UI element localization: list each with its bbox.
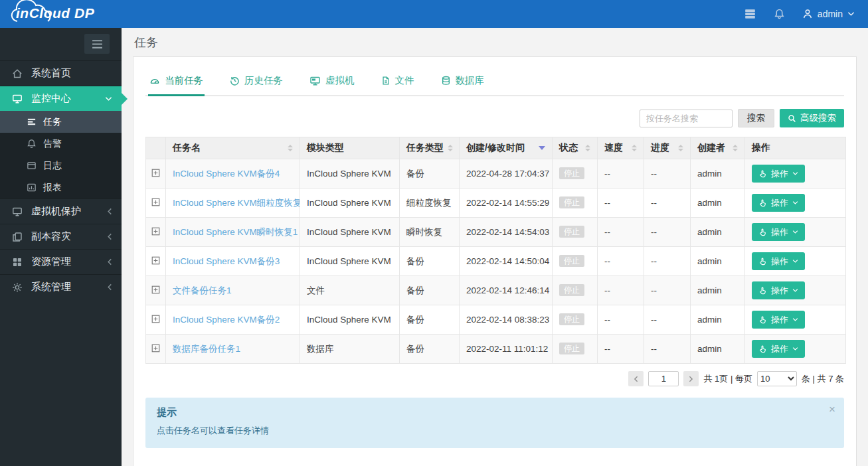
sidebar-item-label: 告警 — [43, 138, 62, 150]
tab-current-tasks[interactable]: 当前任务 — [148, 70, 205, 96]
advanced-search-label: 高级搜索 — [800, 112, 836, 124]
time-cell: 2022-02-14 14:54:03 — [460, 218, 553, 247]
header-created-time[interactable]: 创建/修改时间 — [460, 137, 553, 159]
chevron-down-icon — [847, 11, 855, 17]
row-action-button[interactable]: 操作 — [752, 223, 805, 241]
table-row: InCloud Sphere KVM瞬时恢复1InCloud Sphere KV… — [146, 218, 846, 247]
sidebar-item-monitoring[interactable]: 监控中心 — [0, 86, 122, 111]
sidebar-item-label: 副本容灾 — [31, 230, 71, 243]
chevron-right-icon — [689, 376, 693, 382]
sidebar-item-replica-dr[interactable]: 副本容灾 — [0, 224, 122, 249]
hand-pointer-icon — [758, 315, 767, 325]
vm-monitor-icon — [309, 76, 321, 86]
time-cell: 2022-02-14 08:38:23 — [460, 305, 553, 335]
speed-cell: -- — [598, 335, 644, 364]
sidebar: 系统首页 监控中心 — [0, 28, 122, 466]
bell-icon[interactable] — [774, 8, 785, 20]
sidebar-item-alerts[interactable]: 告警 — [0, 133, 122, 155]
search-button[interactable]: 搜索 — [738, 109, 774, 127]
tab-databases[interactable]: 数据库 — [440, 70, 486, 96]
creator-cell: admin — [691, 189, 745, 218]
task-name-link[interactable]: 数据库备份任务1 — [173, 344, 240, 354]
sidebar-toggle-button[interactable] — [84, 34, 110, 54]
row-action-button[interactable]: 操作 — [752, 252, 805, 270]
row-action-button[interactable]: 操作 — [752, 311, 805, 329]
expand-row-icon[interactable] — [151, 256, 160, 265]
advanced-search-button[interactable]: 高级搜索 — [780, 109, 844, 127]
task-name-link[interactable]: InCloud Sphere KVM备份2 — [173, 315, 280, 325]
table-row: InCloud Sphere KVM备份3InCloud Sphere KVM备… — [146, 247, 846, 276]
status-badge: 停止 — [559, 255, 584, 267]
sort-icon[interactable] — [448, 145, 453, 151]
page-size-select[interactable]: 10 — [757, 371, 797, 386]
sidebar-item-home[interactable]: 系统首页 — [0, 60, 122, 86]
history-icon — [230, 76, 240, 86]
user-menu[interactable]: admin — [802, 9, 855, 19]
notice-body: 点击任务名可以查看任务详情 — [157, 425, 818, 437]
sort-icon[interactable] — [678, 145, 683, 151]
next-page-button[interactable] — [683, 371, 699, 386]
header-progress[interactable]: 进度 — [644, 137, 691, 159]
tasks-table: 任务名 模块类型 任务类型 创建/修改时间 状态 速度 进度 创建者 操作 In… — [145, 137, 846, 364]
status-badge: 停止 — [559, 284, 584, 296]
server-icon[interactable] — [744, 8, 756, 20]
expand-row-icon[interactable] — [151, 344, 160, 352]
sort-icon[interactable] — [632, 145, 637, 151]
tab-history-tasks[interactable]: 历史任务 — [228, 70, 284, 96]
expand-row-icon[interactable] — [151, 285, 160, 294]
row-action-button[interactable]: 操作 — [752, 340, 805, 358]
task-name-link[interactable]: InCloud Sphere KVM瞬时恢复1 — [173, 227, 298, 237]
header-speed[interactable]: 速度 — [598, 137, 644, 159]
sort-icon[interactable] — [585, 145, 590, 151]
report-icon — [27, 183, 37, 193]
tab-virtual-machines[interactable]: 虚拟机 — [308, 70, 356, 96]
search-input[interactable] — [640, 110, 733, 127]
row-action-button[interactable]: 操作 — [752, 194, 805, 212]
sort-desc-icon[interactable] — [539, 146, 545, 150]
grid-icon — [12, 257, 23, 268]
progress-cell: -- — [644, 335, 691, 364]
row-action-button[interactable]: 操作 — [752, 281, 805, 299]
progress-cell: -- — [644, 159, 691, 189]
sidebar-item-resources[interactable]: 资源管理 — [0, 249, 122, 274]
task-name-link[interactable]: 文件备份任务1 — [173, 285, 232, 295]
sidebar-item-vm-protection[interactable]: 虚拟机保护 — [0, 198, 122, 224]
prev-page-button[interactable] — [628, 371, 644, 386]
module-type-cell: InCloud Sphere KVM — [300, 305, 400, 335]
search-icon — [788, 114, 796, 123]
close-icon[interactable]: × — [829, 403, 835, 416]
sidebar-item-system[interactable]: 系统管理 — [0, 274, 122, 299]
task-name-link[interactable]: InCloud Sphere KVM备份4 — [173, 169, 280, 179]
status-badge: 停止 — [559, 313, 584, 325]
expand-row-icon[interactable] — [151, 169, 160, 177]
sort-icon[interactable] — [733, 145, 738, 151]
header-status[interactable]: 状态 — [553, 137, 598, 159]
task-type-cell: 备份 — [400, 247, 460, 276]
tab-files[interactable]: 文件 — [380, 70, 416, 96]
sort-icon[interactable] — [288, 145, 293, 151]
hand-pointer-icon — [758, 345, 767, 354]
app-logo[interactable]: inCloud DP — [11, 4, 101, 24]
table-row: 数据库备份任务1数据库备份2022-02-11 11:01:12停止----ad… — [146, 335, 846, 364]
task-name-link[interactable]: InCloud Sphere KVM备份3 — [173, 256, 280, 266]
table-toolbar: 搜索 高级搜索 — [145, 109, 844, 127]
page-title: 任务 — [134, 35, 857, 50]
sidebar-item-reports[interactable]: 报表 — [0, 177, 122, 198]
expand-row-icon[interactable] — [151, 198, 160, 206]
time-cell: 2022-04-28 17:04:37 — [460, 159, 553, 189]
page-number-input[interactable] — [648, 371, 679, 386]
expand-row-icon[interactable] — [151, 227, 160, 236]
header-creator[interactable]: 创建者 — [691, 137, 745, 159]
row-action-button[interactable]: 操作 — [752, 165, 805, 183]
chevron-down-icon — [105, 96, 112, 102]
time-cell: 2022-02-11 11:01:12 — [460, 335, 553, 364]
sidebar-item-logs[interactable]: 日志 — [0, 155, 122, 177]
header-task-name[interactable]: 任务名 — [166, 137, 300, 159]
task-name-link[interactable]: InCloud Sphere KVM细粒度恢复1 — [173, 198, 300, 208]
sidebar-item-tasks[interactable]: 任务 — [0, 111, 122, 133]
expand-row-icon[interactable] — [151, 315, 160, 323]
notice-title: 提示 — [157, 406, 818, 419]
progress-cell: -- — [644, 305, 691, 335]
header-task-type[interactable]: 任务类型 — [400, 137, 460, 159]
table-header-row: 任务名 模块类型 任务类型 创建/修改时间 状态 速度 进度 创建者 操作 — [146, 137, 846, 159]
